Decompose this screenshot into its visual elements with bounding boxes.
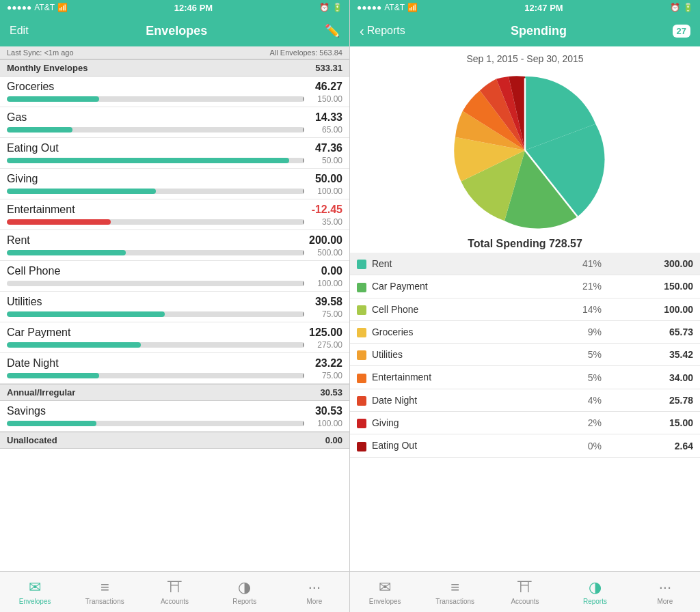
tab-icon: ⛩: [167, 579, 183, 596]
carrier-name: AT&T: [34, 3, 55, 12]
list-item[interactable]: Savings 30.53 100.00: [0, 401, 349, 432]
alarm-icon: ⏰: [319, 3, 329, 12]
envelope-budget: 150.00: [308, 94, 342, 104]
envelope-amount: 50.00: [315, 173, 342, 185]
right-tab-icon: ◑: [589, 579, 602, 596]
right-tab-label: Accounts: [511, 598, 539, 605]
right-tab-accounts[interactable]: ⛩Accounts: [490, 572, 560, 612]
calendar-icon[interactable]: 27: [673, 25, 690, 38]
legend-cell-pct: 41%: [538, 253, 608, 275]
envelope-list: Monthly Envelopes533.31 Groceries 46.27 …: [0, 59, 349, 571]
tab-accounts[interactable]: ⛩Accounts: [139, 572, 209, 612]
progress-marker: [303, 281, 304, 286]
progress-fill: [7, 127, 72, 133]
right-wifi-icon: 📶: [407, 3, 418, 12]
section-header: Annual/Irregular30.53: [0, 384, 349, 401]
legend-name: Car Payment: [372, 281, 428, 292]
progress-marker: [303, 342, 304, 348]
date-range: Sep 1, 2015 - Sep 30, 2015: [466, 53, 583, 64]
progress-track: [7, 96, 304, 102]
section-header-name: Monthly Envelopes: [7, 63, 88, 73]
left-tab-bar: ✉Envelopes≡Transactions⛩Accounts◑Reports…: [0, 571, 349, 612]
progress-track: [7, 342, 304, 348]
legend-swatch: [357, 328, 366, 337]
right-tab-transactions[interactable]: ≡Transactions: [420, 572, 489, 612]
tab-icon: ◑: [238, 579, 251, 596]
progress-track: [7, 421, 304, 426]
list-item[interactable]: Car Payment 125.00 275.00: [0, 322, 349, 353]
list-item[interactable]: Rent 200.00 500.00: [0, 230, 349, 261]
sync-status: Last Sync: <1m ago: [7, 48, 74, 57]
left-panel: ●●●●● AT&T 📶 12:46 PM ⏰ 🔋 Edit Envelopes…: [0, 0, 350, 612]
legend-swatch: [357, 396, 366, 406]
right-tab-label: Reports: [583, 598, 607, 605]
progress-track: [7, 373, 304, 378]
legend-swatch: [357, 374, 366, 383]
chart-section: Sep 1, 2015 - Sep 30, 2015: [350, 46, 700, 253]
legend-cell-val: 25.78: [608, 389, 700, 411]
envelope-budget: 75.00: [308, 371, 342, 380]
right-tab-envelopes[interactable]: ✉Envelopes: [350, 572, 420, 612]
progress-fill: [7, 250, 126, 255]
list-item[interactable]: Gas 14.33 65.00: [0, 107, 349, 138]
legend-cell-name: Cell Phone: [350, 298, 538, 320]
right-tab-bar: ✉Envelopes≡Transactions⛩Accounts◑Reports…: [350, 571, 700, 612]
progress-fill: [7, 342, 141, 348]
legend-cell-name: Utilities: [350, 344, 538, 366]
section-header: Monthly Envelopes533.31: [0, 59, 349, 76]
tab-more[interactable]: ···More: [280, 572, 349, 612]
tab-label: More: [307, 598, 323, 605]
right-carrier-dots: ●●●●●: [357, 3, 381, 12]
right-tab-more[interactable]: ···More: [630, 572, 700, 612]
envelope-amount: 30.53: [315, 405, 342, 417]
right-status-bar: ●●●●● AT&T 📶 12:47 PM ⏰ 🔋: [350, 0, 700, 15]
progress-fill: [7, 311, 165, 317]
envelopes-title: Envelopes: [146, 24, 207, 38]
section-header-name: Annual/Irregular: [7, 387, 75, 398]
tab-envelopes[interactable]: ✉Envelopes: [0, 572, 70, 612]
progress-marker: [303, 158, 304, 163]
list-item[interactable]: Utilities 39.58 75.00: [0, 292, 349, 322]
section-header-amount: 533.31: [315, 63, 342, 73]
edit-button[interactable]: Edit: [10, 25, 29, 37]
envelope-budget: 100.00: [308, 186, 342, 196]
right-tab-reports[interactable]: ◑Reports: [560, 572, 630, 612]
left-time: 12:46 PM: [174, 3, 213, 13]
table-row: Giving 2% 15.00: [350, 412, 700, 434]
legend-cell-name: Entertainment: [350, 366, 538, 389]
right-panel: ●●●●● AT&T 📶 12:47 PM ⏰ 🔋 ‹ Reports Spen…: [350, 0, 700, 612]
legend-name: Utilities: [372, 349, 403, 360]
table-row: Entertainment 5% 34.00: [350, 366, 700, 389]
list-item[interactable]: Eating Out 47.36 50.00: [0, 138, 349, 169]
tab-label: Transactions: [85, 598, 124, 605]
back-button[interactable]: ‹ Reports: [360, 23, 405, 39]
legend-cell-name: Date Night: [350, 389, 538, 411]
legend-cell-val: 100.00: [608, 298, 700, 320]
table-row: Rent 41% 300.00: [350, 253, 700, 275]
tab-reports[interactable]: ◑Reports: [210, 572, 280, 612]
compose-icon[interactable]: ✏️: [325, 23, 340, 38]
progress-fill: [7, 421, 96, 426]
list-item[interactable]: Groceries 46.27 150.00: [0, 76, 349, 107]
legend-swatch: [357, 419, 366, 428]
table-row: Car Payment 21% 150.00: [350, 275, 700, 298]
right-tab-label: More: [657, 598, 673, 605]
envelope-name: Savings: [7, 405, 46, 417]
tab-icon: ✉: [29, 579, 41, 596]
progress-marker: [303, 189, 304, 194]
tab-transactions[interactable]: ≡Transactions: [70, 572, 139, 612]
list-item[interactable]: Cell Phone 0.00 100.00: [0, 261, 349, 292]
list-item[interactable]: Date Night 23.22 75.00: [0, 353, 349, 384]
legend-section: Rent 41% 300.00 Car Payment 21% 150.00 C…: [350, 253, 700, 571]
envelope-amount: 23.22: [315, 357, 342, 370]
legend-cell-pct: 4%: [538, 389, 608, 411]
list-item[interactable]: Entertainment -12.45 35.00: [0, 199, 349, 230]
envelope-name: Cell Phone: [7, 265, 60, 277]
envelope-name: Giving: [7, 173, 38, 185]
progress-fill: [7, 189, 156, 194]
list-item[interactable]: Giving 50.00 100.00: [0, 169, 349, 199]
pie-svg: [443, 68, 607, 232]
legend-cell-pct: 9%: [538, 320, 608, 343]
progress-track: [7, 219, 304, 225]
envelope-budget: 50.00: [308, 156, 342, 165]
